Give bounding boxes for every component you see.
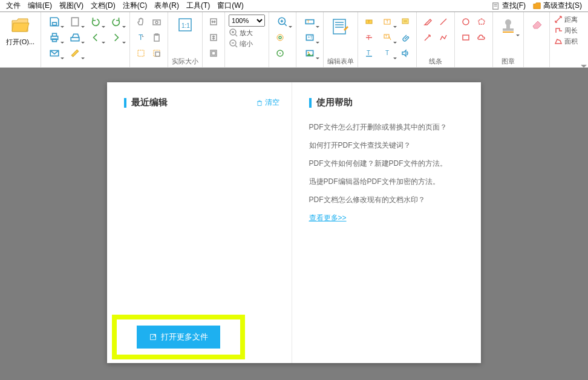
undo-button[interactable] bbox=[86, 15, 105, 29]
new-button[interactable] bbox=[65, 15, 85, 29]
pencil-button[interactable] bbox=[420, 15, 435, 29]
palette-icon bbox=[70, 48, 80, 59]
svg-text:T: T bbox=[307, 19, 310, 24]
zoom-select[interactable]: 100% bbox=[229, 15, 265, 27]
fit-page-icon bbox=[209, 48, 218, 58]
open-more-button[interactable]: 打开更多文件 bbox=[137, 326, 220, 349]
crop-icon bbox=[152, 48, 162, 58]
polygon-button[interactable] bbox=[474, 15, 489, 29]
fit-height-icon bbox=[209, 33, 218, 42]
svg-text:T: T bbox=[385, 34, 387, 38]
eraser-button[interactable] bbox=[528, 15, 546, 33]
typewriter-button[interactable]: T bbox=[377, 46, 397, 61]
clear-recent-link[interactable]: 清空 bbox=[256, 97, 279, 108]
color-button[interactable] bbox=[65, 46, 85, 61]
callout-button[interactable]: T bbox=[377, 30, 397, 45]
cloud-button[interactable] bbox=[474, 30, 489, 45]
text-select-tool[interactable]: T bbox=[134, 30, 148, 45]
svg-rect-4 bbox=[71, 18, 78, 26]
scan-button[interactable] bbox=[65, 30, 85, 45]
sound-button[interactable] bbox=[398, 46, 413, 61]
help-item[interactable]: PDF文件如何创建？新建PDF文件的方法。 bbox=[309, 154, 465, 172]
line-button[interactable] bbox=[436, 15, 451, 29]
open-more-highlight: 打开更多文件 bbox=[112, 315, 245, 359]
marquee-tool[interactable] bbox=[134, 46, 148, 61]
menu-view[interactable]: 视图(V) bbox=[56, 0, 87, 12]
menu-annotate[interactable]: 注释(C) bbox=[119, 0, 151, 12]
attach-button[interactable] bbox=[398, 30, 413, 45]
loupe-icon bbox=[275, 33, 285, 42]
help-item[interactable]: PDF文档怎么修改现有的文档水印？ bbox=[309, 191, 465, 209]
fit-height-button[interactable] bbox=[206, 30, 221, 45]
menu-doc[interactable]: 文档(D) bbox=[87, 0, 119, 12]
zoom-out-icon bbox=[229, 39, 238, 48]
highlight-button[interactable]: T bbox=[362, 15, 376, 29]
note-icon bbox=[400, 17, 410, 27]
email-button[interactable] bbox=[45, 46, 64, 61]
circle-button[interactable] bbox=[459, 15, 473, 29]
rect-icon bbox=[461, 33, 471, 42]
menu-window[interactable]: 窗口(W) bbox=[214, 0, 247, 12]
help-item[interactable]: 如何打开PDF文件查找关键词？ bbox=[309, 136, 465, 154]
redo-button[interactable] bbox=[106, 15, 126, 29]
snapshot-tool[interactable] bbox=[149, 15, 164, 29]
group-annotate: T T T T T T bbox=[358, 12, 417, 67]
zoom-out-button[interactable]: 缩小 bbox=[229, 39, 253, 48]
svg-text:T: T bbox=[386, 19, 389, 24]
fit-page-button[interactable] bbox=[206, 46, 221, 61]
fit-width-button[interactable] bbox=[206, 15, 221, 29]
svg-rect-6 bbox=[53, 33, 57, 36]
strikeout-icon: T bbox=[364, 33, 374, 42]
actual-size-button[interactable]: 1:1 bbox=[175, 15, 195, 35]
text-field-button[interactable]: T bbox=[300, 15, 319, 29]
strikeout-button[interactable]: T bbox=[362, 30, 376, 45]
rect-button[interactable] bbox=[459, 30, 473, 45]
polygon-icon bbox=[477, 17, 486, 27]
svg-point-67 bbox=[505, 19, 511, 25]
perimeter-button[interactable]: 周长 bbox=[554, 25, 578, 35]
underline-button[interactable]: T bbox=[362, 46, 376, 61]
svg-rect-7 bbox=[53, 39, 57, 42]
menu-find[interactable]: 查找(F) bbox=[488, 0, 529, 12]
edit-form-icon bbox=[330, 16, 351, 37]
menu-edit[interactable]: 编辑(E) bbox=[24, 0, 56, 12]
image-icon bbox=[304, 48, 315, 59]
clipboard-icon bbox=[152, 33, 162, 42]
marquee-zoom-button[interactable] bbox=[273, 15, 292, 29]
clipboard-tool[interactable] bbox=[149, 30, 164, 45]
menu-file[interactable]: 文件 bbox=[2, 0, 24, 12]
forward-button[interactable] bbox=[106, 30, 126, 45]
print-button[interactable] bbox=[45, 30, 64, 45]
marquee-icon bbox=[136, 48, 146, 58]
pan-zoom-icon bbox=[275, 48, 285, 58]
save-button[interactable] bbox=[45, 15, 64, 29]
svg-point-36 bbox=[279, 36, 281, 39]
arrow-button[interactable] bbox=[420, 30, 435, 45]
pan-zoom-button[interactable] bbox=[273, 46, 287, 61]
zoom-in-button[interactable]: 放大 bbox=[229, 28, 253, 38]
help-item[interactable]: 迅捷PDF编辑器给PDF文件加密的方法。 bbox=[309, 172, 465, 191]
edit-form-button[interactable] bbox=[328, 15, 353, 39]
back-button[interactable] bbox=[86, 30, 105, 45]
distance-button[interactable]: 距离 bbox=[554, 15, 578, 24]
loupe-button[interactable] bbox=[273, 30, 287, 45]
polyline-button[interactable] bbox=[436, 30, 451, 45]
svg-rect-45 bbox=[333, 19, 345, 34]
menu-tools[interactable]: 工具(T) bbox=[183, 0, 214, 12]
crop-tool[interactable] bbox=[149, 46, 164, 61]
help-item[interactable]: PDF文件怎么打开删除或替换其中的页面？ bbox=[309, 118, 465, 136]
help-more-link[interactable]: 查看更多>> bbox=[309, 209, 465, 227]
note-button[interactable] bbox=[398, 15, 413, 29]
area-button[interactable]: 面积 bbox=[554, 36, 578, 46]
stamp-button[interactable] bbox=[497, 15, 520, 38]
menu-adv-find[interactable]: 高级查找(S) bbox=[529, 0, 586, 12]
group-open: 打开(O)... bbox=[0, 12, 41, 67]
open-button[interactable]: 打开(O)... bbox=[4, 15, 37, 48]
menu-form[interactable]: 表单(R) bbox=[151, 0, 183, 12]
text-box-button[interactable]: T bbox=[377, 15, 397, 29]
image-edit-button[interactable] bbox=[300, 46, 319, 61]
hand-tool[interactable] bbox=[134, 15, 148, 29]
group-eraser bbox=[524, 12, 550, 67]
add-text-button[interactable]: +T bbox=[300, 30, 319, 45]
svg-rect-68 bbox=[506, 25, 510, 28]
